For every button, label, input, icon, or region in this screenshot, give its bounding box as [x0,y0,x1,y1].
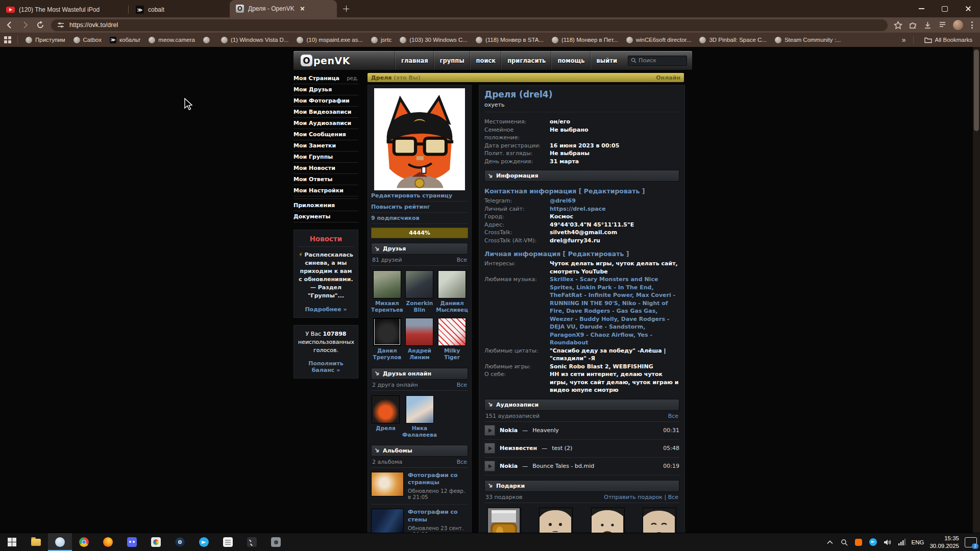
taskbar-camera-icon[interactable] [264,533,288,551]
sidebar-item-my-page[interactable]: Моя Страницаред. [293,73,358,84]
volume-icon[interactable] [883,538,892,546]
play-icon[interactable] [484,425,495,436]
taskbar-paint-icon[interactable] [144,533,168,551]
browser-menu-icon[interactable] [969,21,975,29]
tray-telegram-icon[interactable] [869,538,877,546]
language-indicator[interactable]: ENG [912,539,924,545]
contact-value[interactable]: @drel69 [550,197,679,205]
tab-youtube[interactable]: (120) The Most Wasteful iPod [0,2,127,17]
taskbar-chrome-icon[interactable] [72,533,96,551]
nav-invite[interactable]: пригласить [501,51,551,70]
friend-avatar[interactable] [405,318,433,346]
forward-icon[interactable] [20,20,30,30]
bookmark-item[interactable]: jsrtc [368,35,395,45]
taskbar-steam-icon[interactable] [168,533,192,551]
sidebar-item-settings[interactable]: Мои Настройки [293,185,358,196]
nav-logout[interactable]: выйти [591,51,623,70]
top-up-balance-link[interactable]: Пополнить баланс » [298,360,354,373]
gift-image[interactable] [643,508,676,533]
play-icon[interactable] [484,443,495,454]
gift-image[interactable] [591,508,625,533]
bookmark-item[interactable]: Catbox [70,35,105,45]
bookmark-item[interactable]: meow.camera [145,35,199,45]
taskbar-telegram-icon[interactable] [192,533,216,551]
tab-openvk-active[interactable]: O Дреля - OpenVK [230,0,337,17]
album-item[interactable]: Фотографии со стеныОбновлено 23 сент. в … [371,505,468,533]
contact-value[interactable]: https://drel.space [550,205,679,213]
nav-home[interactable]: главная [395,51,434,70]
bookmark-item[interactable]: 3D Pinball: Space C... [696,35,770,45]
nav-search[interactable]: поиск [470,51,502,70]
tray-search-icon[interactable] [840,538,849,546]
album-thumbnail[interactable] [371,472,404,496]
sidebar-item-notes[interactable]: Мои Заметки [293,140,358,152]
minimize-button[interactable] [910,0,933,17]
audio-track-row[interactable]: Nokia—Heavenly 00:31 [484,422,679,440]
boost-rating-link[interactable]: Повысить рейтинг [371,204,430,210]
site-search-input[interactable]: Поиск [628,56,687,66]
bookmark-item[interactable]: (103) 30 Windows C... [396,35,471,45]
friend-avatar[interactable] [406,395,434,423]
sidebar-item-videos[interactable]: Мои Видеозаписи [293,107,358,118]
page-scrollbar[interactable] [973,47,980,533]
profile-avatar-image[interactable] [374,88,465,190]
taskbar-file-explorer-icon[interactable] [24,533,48,551]
friend-card[interactable]: МихаилТерентьев [371,270,403,313]
bookmark-star-icon[interactable] [894,21,902,30]
tray-orange-app-icon[interactable] [854,538,863,546]
audio-track-row[interactable]: Nokia—Bounce Tales - bd.mid 00:19 [484,458,679,475]
friends-all-link[interactable]: Все [457,257,467,263]
personal-value-music-links[interactable]: Skrillex - Scary Monsters and Nice Sprit… [550,276,679,347]
maximize-button[interactable] [933,0,957,17]
play-icon[interactable] [484,461,495,471]
network-icon[interactable] [897,538,906,546]
friend-card[interactable]: ДаниилМысливец [436,270,468,313]
bookmark-item[interactable]: winCE6soft director... [623,35,695,45]
bookmark-item[interactable] [200,35,216,45]
friend-card[interactable]: ДанилТрегулов [371,318,403,361]
scrollbar-thumb[interactable] [974,49,979,131]
news-more-link[interactable]: Подробнее » [298,306,354,313]
taskbar-notepad-icon[interactable] [216,533,240,551]
taskbar-terminal-icon[interactable] [240,533,264,551]
sidebar-item-friends[interactable]: Мои Друзья [293,84,358,95]
friend-avatar[interactable] [438,318,466,346]
gift-image[interactable] [539,508,573,533]
friend-card[interactable]: Дреля [371,395,400,438]
sidebar-item-news[interactable]: Мои Новости [293,163,358,174]
profile-status-text[interactable]: охуеть [484,102,679,112]
taskbar-clock[interactable]: 15:35 30.09.2025 [929,535,959,550]
bookmark-item[interactable]: (118) Монвер в Пет... [548,35,622,45]
hidden-icons-chevron[interactable] [826,538,835,546]
downloads-icon[interactable] [923,21,932,30]
back-icon[interactable] [5,20,14,30]
tab-cobalt[interactable]: ≫ cobalt [130,2,170,17]
new-tab-button[interactable] [339,2,353,16]
bookmarks-overflow-icon[interactable]: » [902,36,906,44]
edit-link[interactable]: ред. [347,76,358,81]
apps-grid-icon[interactable] [4,36,11,43]
audios-all-link[interactable]: Все [668,413,678,419]
friend-card[interactable]: АндрейЛиним [405,318,434,361]
friend-card[interactable]: НикаФалалеева [402,395,437,438]
openvk-logo[interactable]: O penVK [301,55,350,66]
friend-card[interactable]: ZonerkinBlin [405,270,434,313]
taskbar-active-app-icon[interactable] [48,533,72,551]
edit-personal-link[interactable]: [ Редактировать ] [563,250,629,258]
taskbar-firefox-icon[interactable] [96,533,120,551]
profile-avatar[interactable] [953,20,963,30]
friend-avatar[interactable] [373,318,401,346]
sidebar-item-documents[interactable]: Документы [293,211,358,222]
edit-page-link[interactable]: Редактировать страницу [371,192,452,199]
bookmark-item[interactable]: Приступим [22,35,69,45]
close-window-button[interactable] [957,0,980,17]
notification-center-icon[interactable]: 2 [965,537,977,547]
gifts-all-link[interactable]: Все [668,494,678,500]
send-gift-link[interactable]: Отправить подарок [604,494,663,500]
friend-avatar[interactable] [405,270,433,298]
sidebar-item-apps[interactable]: Приложения [293,200,358,211]
address-bar[interactable]: https://ovk.to/drel [51,19,888,31]
edit-contacts-link[interactable]: [ Редактировать ] [579,187,645,195]
bookmark-item[interactable]: (118) Монвер в STA... [472,35,547,45]
sidebar-item-groups[interactable]: Мои Группы [293,152,358,163]
